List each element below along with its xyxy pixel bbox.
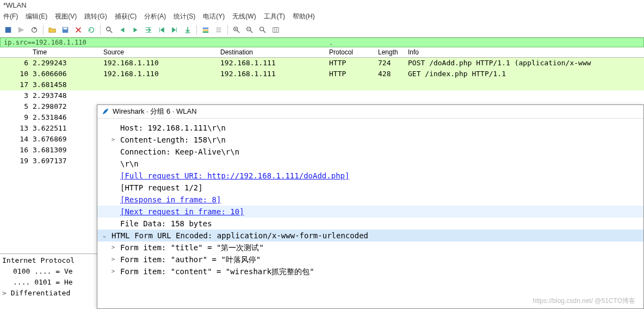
toolbar-colorize-icon[interactable] xyxy=(200,24,212,36)
toolbar-fin-icon[interactable] xyxy=(15,24,27,36)
detail-line[interactable]: >Form item: "content" = "wireshark抓完整的包" xyxy=(97,265,643,277)
toolbar-last-icon[interactable] xyxy=(169,24,181,36)
detail-line[interactable]: File Data: 158 bytes xyxy=(97,218,643,230)
detail-line[interactable]: \r\n xyxy=(97,158,643,170)
detail-line-link[interactable]: [Full request URI: http://192.168.1.111/… xyxy=(97,170,643,182)
col-protocol[interactable]: ⌃ Protocol xyxy=(329,48,378,56)
detail-line[interactable]: >Form item: "title" = "第一次测试" xyxy=(97,242,643,254)
packet-detail-tree[interactable]: Host: 192.168.1.111\r\n >Content-Length:… xyxy=(97,119,643,277)
menu-wireless[interactable]: 无线(W) xyxy=(232,12,256,21)
toolbar-next-icon[interactable] xyxy=(129,24,141,36)
wireshark-fin-icon xyxy=(102,108,109,115)
col-destination[interactable]: Destination xyxy=(220,48,329,56)
toolbar-zoomout-icon[interactable] xyxy=(244,24,256,36)
toolbar-autoscroll-icon[interactable] xyxy=(182,24,194,36)
menu-analyze[interactable]: 分析(A) xyxy=(144,12,166,21)
svg-point-4 xyxy=(107,27,110,31)
col-info[interactable]: Info xyxy=(408,48,644,56)
toolbar-zoom100-icon[interactable] xyxy=(257,24,269,36)
detail-line[interactable]: >Form item: "author" = "叶落风停" xyxy=(97,254,643,265)
packet-list-headers: Time Source Destination ⌃ Protocol Lengt… xyxy=(0,47,644,58)
packet-row[interactable]: 62.299243192.168.1.110192.168.1.111HTTP7… xyxy=(0,58,644,69)
col-no[interactable] xyxy=(0,48,33,56)
toolbar-jump-icon[interactable] xyxy=(143,24,154,36)
toolbar-save-icon[interactable] xyxy=(59,24,71,36)
toolbar-resize-icon[interactable] xyxy=(270,24,282,36)
caret-icon[interactable]: > xyxy=(109,134,117,146)
display-filter-input[interactable]: ip.src==192.168.1.110 xyxy=(0,38,644,47)
toolbar-close-icon[interactable] xyxy=(72,24,84,36)
svg-rect-11 xyxy=(203,32,209,33)
toolbar-open-icon[interactable] xyxy=(46,24,58,36)
sort-caret-icon: ⌃ xyxy=(329,43,333,48)
toolbar-start-icon[interactable] xyxy=(2,24,14,36)
tree-line[interactable]: .... 0101 = He xyxy=(2,277,96,288)
tree-line[interactable]: 0100 .... = Ve xyxy=(2,266,96,277)
svg-rect-9 xyxy=(203,28,209,29)
svg-line-16 xyxy=(237,30,239,33)
packet-row[interactable]: 103.606606192.168.1.110192.168.1.111HTTP… xyxy=(0,69,644,79)
toolbar-zoomin-icon[interactable] xyxy=(231,24,243,36)
col-source[interactable]: Source xyxy=(103,48,220,56)
toolbar-reload-icon[interactable] xyxy=(85,24,97,36)
packet-row[interactable]: 32.293748 xyxy=(0,90,644,101)
popup-titlebar[interactable]: Wireshark · 分组 6 · WLAN xyxy=(97,105,643,119)
svg-rect-3 xyxy=(64,28,67,30)
caret-icon[interactable]: > xyxy=(109,265,117,277)
separator xyxy=(227,25,228,35)
svg-line-20 xyxy=(250,30,252,33)
packet-row[interactable]: 173.681458 xyxy=(0,79,644,90)
menu-help[interactable]: 帮助(H) xyxy=(293,12,315,21)
detail-line[interactable]: Host: 192.168.1.111\r\n xyxy=(97,122,643,134)
svg-rect-24 xyxy=(273,28,279,33)
tree-line[interactable]: > Differentiated xyxy=(2,288,96,299)
menu-bar: 件(F) 编辑(E) 视图(V) 跳转(G) 捕获(C) 分析(A) 统计(S)… xyxy=(0,10,644,23)
menu-stats[interactable]: 统计(S) xyxy=(174,12,195,21)
toolbar-first-icon[interactable] xyxy=(156,24,168,36)
window-title: *WLAN xyxy=(0,0,644,10)
detail-line-expanded[interactable]: ⌄HTML Form URL Encoded: application/x-ww… xyxy=(97,230,643,242)
menu-tools[interactable]: 工具(T) xyxy=(264,12,285,21)
svg-rect-0 xyxy=(5,27,11,33)
menu-capture[interactable]: 捕获(C) xyxy=(115,12,137,21)
menu-view[interactable]: 视图(V) xyxy=(55,12,77,21)
caret-down-icon[interactable]: ⌄ xyxy=(101,230,108,242)
packet-tree-left[interactable]: Internet Protocol 0100 .... = Ve .... 01… xyxy=(0,254,98,300)
toolbar-find-icon[interactable] xyxy=(103,24,115,36)
detail-line-link[interactable]: [Response in frame: 8] xyxy=(97,194,643,206)
svg-line-23 xyxy=(263,30,265,33)
detail-line[interactable]: Connection: Keep-Alive\r\n xyxy=(97,146,643,158)
col-time[interactable]: Time xyxy=(33,48,103,56)
menu-file[interactable]: 件(F) xyxy=(3,12,18,21)
toolbar-prev-icon[interactable] xyxy=(116,24,128,36)
menu-edit[interactable]: 编辑(E) xyxy=(26,12,47,21)
detail-line[interactable]: >Content-Length: 158\r\n xyxy=(97,134,643,146)
separator xyxy=(43,25,44,35)
svg-point-22 xyxy=(260,27,264,31)
separator xyxy=(100,25,101,35)
caret-icon[interactable]: > xyxy=(109,242,117,254)
tree-line[interactable]: Internet Protocol xyxy=(2,255,96,266)
popup-title-text: Wireshark · 分组 6 · WLAN xyxy=(113,107,197,116)
toolbar xyxy=(0,23,644,38)
menu-telephony[interactable]: 电话(Y) xyxy=(203,12,225,21)
menu-goto[interactable]: 跳转(G) xyxy=(84,12,107,21)
col-length[interactable]: Length xyxy=(378,48,408,56)
detail-line[interactable]: [HTTP request 1/2] xyxy=(97,182,643,194)
packet-detail-window: Wireshark · 分组 6 · WLAN Host: 192.168.1.… xyxy=(97,104,644,309)
caret-icon[interactable]: > xyxy=(109,254,117,265)
svg-line-5 xyxy=(110,30,112,33)
toolbar-columns-icon[interactable] xyxy=(213,24,225,36)
toolbar-restart-icon[interactable] xyxy=(28,24,40,36)
detail-line-link[interactable]: [Next request in frame: 10] xyxy=(97,206,643,218)
separator xyxy=(196,25,197,35)
svg-rect-10 xyxy=(203,29,209,31)
